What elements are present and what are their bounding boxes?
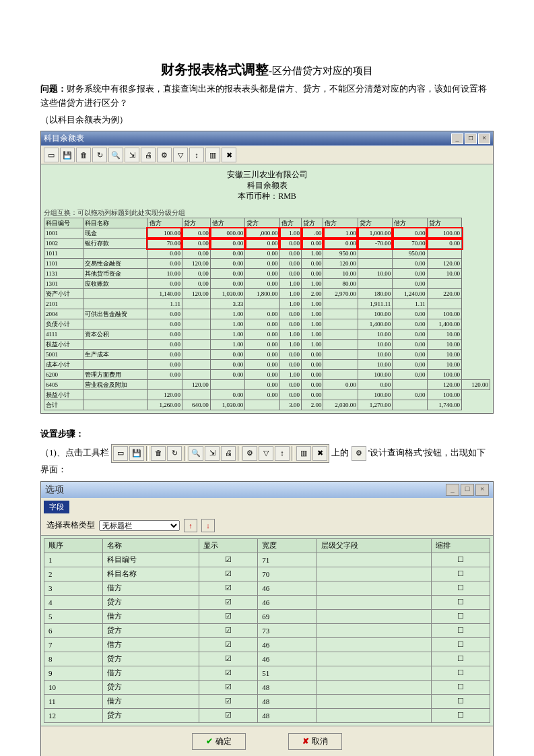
show-checkbox[interactable]: ☑ <box>199 652 257 666</box>
example-note: （以科目余额表为例） <box>40 113 494 127</box>
indent-checkbox[interactable]: ☐ <box>431 694 490 708</box>
refresh-icon[interactable]: ↻ <box>167 446 182 461</box>
show-checkbox[interactable]: ☑ <box>199 637 257 652</box>
indent-checkbox[interactable]: ☐ <box>431 637 490 652</box>
indent-checkbox[interactable]: ☐ <box>431 666 490 680</box>
move-down-button[interactable]: ↓ <box>201 519 215 532</box>
ok-button[interactable]: ✔确定 <box>192 733 246 750</box>
column-header[interactable]: 借方 <box>147 218 182 228</box>
show-checkbox[interactable]: ☑ <box>199 595 257 609</box>
table-row: 5001生产成本0.000.000.000.000.0010.000.0010.… <box>44 350 490 360</box>
field-row[interactable]: 1科目编号☑71☐ <box>44 553 490 567</box>
field-row[interactable]: 3借方☑46☐ <box>44 581 490 595</box>
indent-checkbox[interactable]: ☐ <box>431 567 490 581</box>
indent-checkbox[interactable]: ☐ <box>431 609 490 623</box>
print-icon[interactable]: 🖨 <box>221 446 236 461</box>
indent-checkbox[interactable]: ☐ <box>431 581 490 595</box>
minimize-button[interactable]: _ <box>451 133 463 144</box>
steps-heading: 设置步骤： <box>40 427 494 441</box>
field-row[interactable]: 11借方☑48☐ <box>44 694 490 708</box>
field-row[interactable]: 10贷方☑48☐ <box>44 680 490 694</box>
toolbar-strip: ▭💾🗑↻🔍⇲🖨⚙▽↕▥✖ <box>111 444 329 463</box>
field-row[interactable]: 4贷方☑46☐ <box>44 595 490 609</box>
column-header[interactable]: 贷方 <box>302 218 323 228</box>
column-header[interactable]: 贷方 <box>358 218 392 228</box>
indent-checkbox[interactable]: ☐ <box>431 595 490 609</box>
sort-icon[interactable]: ↕ <box>189 148 204 162</box>
show-checkbox[interactable]: ☑ <box>199 567 257 581</box>
column-header[interactable]: 贷方 <box>182 218 210 228</box>
show-checkbox[interactable]: ☑ <box>199 623 257 637</box>
close-icon[interactable]: ✖ <box>312 446 327 461</box>
table-row: 负债小计0.001.000.000.001.001,400.000.001,40… <box>44 319 490 329</box>
column-header[interactable]: 借方 <box>393 218 427 228</box>
window-titlebar: 科目余额表 _ □ × <box>41 131 493 146</box>
show-checkbox[interactable]: ☑ <box>199 666 257 680</box>
show-checkbox[interactable]: ☑ <box>199 680 257 694</box>
field-row[interactable]: 5借方☑69☐ <box>44 609 490 623</box>
tab-fields[interactable]: 字段 <box>44 501 69 513</box>
save-icon[interactable]: 💾 <box>60 148 75 162</box>
table-row: 成本小计0.000.000.000.000.0010.000.0010.00 <box>44 360 490 370</box>
design-query-icon[interactable]: ⚙ <box>352 446 366 461</box>
field-row[interactable]: 12贷方☑48☐ <box>44 708 490 722</box>
table-row: 1131其他货币资金10.000.000.000.000.000.0010.00… <box>44 269 490 279</box>
select-icon[interactable]: ▭ <box>113 446 128 461</box>
column-header[interactable]: 贷方 <box>427 218 461 228</box>
show-checkbox[interactable]: ☑ <box>199 553 257 567</box>
column-header: 显示 <box>199 538 257 553</box>
close-icon[interactable]: ✖ <box>222 148 236 162</box>
table-row: 21011.113.331.001.001,911.111.11 <box>44 299 490 309</box>
table-type-select[interactable]: 无标题栏 <box>99 520 180 531</box>
query-icon[interactable]: 🔍 <box>108 148 123 162</box>
delete-icon[interactable]: 🗑 <box>151 446 166 461</box>
show-checkbox[interactable]: ☑ <box>199 609 257 623</box>
table-row: 4111资本公积0.001.000.001.001.0010.000.0010.… <box>44 329 490 340</box>
delete-icon[interactable]: 🗑 <box>76 148 91 162</box>
column-header[interactable]: 科目名称 <box>83 218 147 228</box>
print-icon[interactable]: 🖨 <box>141 148 156 162</box>
filter-icon[interactable]: ▽ <box>259 446 273 461</box>
group-hint: 分组互换：可以拖动列标题到此处实现分级分组 <box>44 208 490 218</box>
minimize-button[interactable]: _ <box>446 484 459 496</box>
indent-checkbox[interactable]: ☐ <box>431 623 490 637</box>
design-icon[interactable]: ⚙ <box>157 148 172 162</box>
cancel-button[interactable]: ✘取消 <box>288 733 342 750</box>
indent-checkbox[interactable]: ☐ <box>431 553 490 567</box>
maximize-button[interactable]: □ <box>461 484 474 496</box>
select-icon[interactable]: ▭ <box>44 148 59 162</box>
filter-icon[interactable]: ▽ <box>173 148 188 162</box>
maximize-button[interactable]: □ <box>465 133 477 144</box>
column-header[interactable]: 科目编号 <box>44 218 84 228</box>
column-header[interactable]: 借方 <box>279 218 301 228</box>
show-checkbox[interactable]: ☑ <box>199 694 257 708</box>
indent-checkbox[interactable]: ☐ <box>431 708 490 722</box>
indent-checkbox[interactable]: ☐ <box>431 652 490 666</box>
table-row: 6405营业税金及附加120.000.000.000.000.000.00120… <box>44 380 490 390</box>
field-row[interactable]: 6贷方☑73☐ <box>44 623 490 637</box>
column-header[interactable]: 借方 <box>323 218 358 228</box>
column-header[interactable]: 贷方 <box>245 218 279 228</box>
refresh-icon[interactable]: ↻ <box>92 148 107 162</box>
field-row[interactable]: 9借方☑51☐ <box>44 666 490 680</box>
export-icon[interactable]: ⇲ <box>125 148 139 162</box>
design-icon[interactable]: ⚙ <box>242 446 257 461</box>
query-icon[interactable]: 🔍 <box>189 446 203 461</box>
column-icon[interactable]: ▥ <box>205 148 220 162</box>
indent-checkbox[interactable]: ☐ <box>431 680 490 694</box>
column-header[interactable]: 借方 <box>210 218 244 228</box>
table-row: 6200管理方面费用0.000.000.001.000.00100.000.00… <box>44 370 490 380</box>
export-icon[interactable]: ⇲ <box>205 446 220 461</box>
table-type-label: 选择表格类型 <box>46 519 95 531</box>
field-row[interactable]: 7借方☑46☐ <box>44 637 490 652</box>
save-icon[interactable]: 💾 <box>129 446 144 461</box>
show-checkbox[interactable]: ☑ <box>199 708 257 722</box>
move-up-button[interactable]: ↑ <box>184 519 197 532</box>
field-row[interactable]: 8贷方☑46☐ <box>44 652 490 666</box>
field-row[interactable]: 2科目名称☑70☐ <box>44 567 490 581</box>
show-checkbox[interactable]: ☑ <box>199 581 257 595</box>
close-button[interactable]: × <box>475 484 489 496</box>
sort-icon[interactable]: ↕ <box>275 446 290 461</box>
column-icon[interactable]: ▥ <box>296 446 311 461</box>
close-button[interactable]: × <box>478 133 490 144</box>
